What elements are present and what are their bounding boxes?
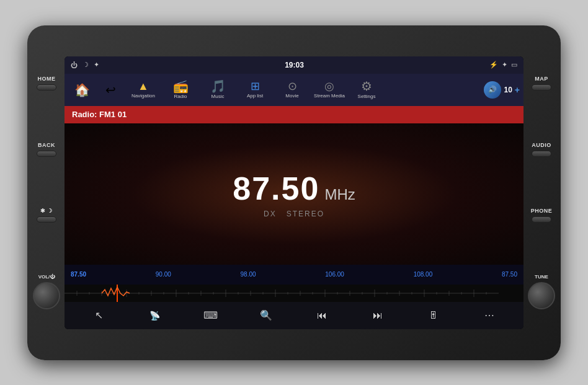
volume-plus-button[interactable]: + (515, 85, 520, 95)
status-time: 19:03 (285, 61, 304, 69)
applist-app-icon: ⊞ (251, 81, 260, 92)
map-btn-group: MAP (532, 76, 551, 91)
window-status-icon: ▭ (511, 61, 517, 69)
tune-knob[interactable] (528, 282, 555, 309)
freq-marker-5: 87.50 (502, 271, 517, 278)
usb-status-icon: ⚡ (489, 61, 498, 69)
phone-side-button[interactable] (532, 216, 551, 223)
frequency-number: 87.50 (233, 170, 319, 207)
music-app-label: Music (212, 94, 225, 99)
search-button[interactable]: 🔍 (255, 304, 277, 327)
audio-side-label: AUDIO (532, 142, 551, 148)
tuner-waveform-svg (65, 285, 499, 302)
frequency-display: 87.50 MHz (233, 170, 355, 207)
radio-header-text: Radio: FM1 01 (72, 110, 127, 119)
frequency-unit: MHz (324, 186, 355, 203)
settings-app-label: Settings (358, 94, 376, 99)
tuner-bar (65, 285, 523, 302)
radio-mode: DX (264, 210, 277, 218)
equalizer-button[interactable]: 🎚 (422, 304, 445, 327)
frequency-info: DX STEREO (264, 210, 324, 218)
app-stream[interactable]: ◎ Stream Media (311, 75, 347, 105)
vol-knob-group: VOL/⏻ (33, 274, 60, 309)
settings-app-icon: ⚙ (361, 80, 372, 92)
next-icon: ⏭ (373, 310, 383, 321)
audio-side-button[interactable] (532, 151, 551, 157)
radio-header: Radio: FM1 01 (65, 106, 523, 123)
brightness-btn-group: ✱ ☽ (37, 208, 56, 223)
applist-app-label: App list (247, 93, 263, 99)
freq-marker-1: 90.00 (156, 271, 171, 278)
volume-speaker-icon: 🔊 (488, 86, 497, 94)
brightness-status-icon: ✦ (94, 61, 99, 69)
back-side-button[interactable] (37, 151, 56, 157)
volume-level: 10 (504, 86, 512, 94)
home-app-icon: 🏠 (74, 84, 90, 96)
frequency-markers: 87.50 90.00 98.00 106.00 108.00 87.50 (71, 271, 517, 278)
freq-marker-0: 87.50 (71, 271, 86, 278)
app-music[interactable]: 🎵 Music (200, 75, 236, 105)
radio-main-area: 87.50 MHz DX STEREO (65, 123, 523, 265)
app-bar: 🏠 ↩ ▲ Navigation 📻 Radio 🎵 Music (65, 74, 523, 106)
music-app-icon: 🎵 (210, 80, 226, 92)
prev-button[interactable]: ⏮ (311, 304, 333, 327)
frequency-scale: 87.50 90.00 98.00 106.00 108.00 87.50 (65, 265, 523, 285)
app-home[interactable]: 🏠 (68, 75, 96, 105)
back-side-label: BACK (38, 142, 55, 148)
tune-knob-group: TUNE (528, 274, 555, 309)
more-button[interactable]: ⋯ (478, 304, 501, 327)
radio-signal: STEREO (287, 210, 324, 218)
search-icon: 🔍 (260, 309, 272, 321)
cast-icon: 📡 (149, 311, 160, 321)
app-radio[interactable]: 📻 Radio (163, 75, 198, 105)
radio-app-label: Radio (174, 94, 187, 99)
bottom-toolbar: ↖ 📡 ⌨ 🔍 ⏮ ⏭ 🎚 ⋯ (65, 302, 523, 329)
bluetooth-status-icon: ✦ (502, 61, 507, 69)
map-side-label: MAP (535, 76, 548, 82)
movie-app-label: Movie (285, 93, 298, 99)
app-back[interactable]: ↩ (97, 75, 124, 105)
freq-marker-3: 106.00 (325, 271, 344, 278)
status-icons-right: ⚡ ✦ ▭ (489, 61, 517, 69)
back-app-icon: ↩ (105, 84, 116, 96)
status-bar: ⏻ ☽ ✦ 19:03 ⚡ ✦ ▭ (65, 56, 523, 74)
keyboard-icon: ⌨ (203, 309, 218, 321)
stream-app-icon: ◎ (324, 81, 334, 92)
equalizer-icon: 🎚 (429, 310, 439, 321)
app-movie[interactable]: ⊙ Movie (274, 75, 310, 105)
cursor-button[interactable]: ↖ (87, 304, 110, 327)
night-status-icon: ☽ (82, 61, 89, 69)
audio-btn-group: AUDIO (532, 142, 551, 157)
map-side-button[interactable] (532, 84, 551, 91)
home-side-label: HOME (38, 76, 56, 82)
app-navigation[interactable]: ▲ Navigation (125, 75, 161, 105)
keyboard-button[interactable]: ⌨ (199, 304, 221, 327)
brightness-side-button[interactable] (37, 216, 56, 223)
vol-side-label: VOL/⏻ (38, 274, 55, 280)
volume-icon-circle: 🔊 (484, 81, 501, 99)
home-side-button[interactable] (37, 84, 56, 91)
status-icons-left: ⏻ ☽ ✦ (71, 61, 99, 69)
phone-side-label: PHONE (531, 208, 553, 214)
volume-knob[interactable] (33, 282, 60, 309)
phone-btn-group: PHONE (531, 208, 553, 223)
app-settings[interactable]: ⚙ Settings (349, 75, 385, 105)
volume-control: 🔊 10 + (484, 81, 520, 99)
main-screen: ⏻ ☽ ✦ 19:03 ⚡ ✦ ▭ 🏠 ↩ ▲ Navi (65, 56, 523, 329)
app-applist[interactable]: ⊞ App list (237, 75, 273, 105)
next-button[interactable]: ⏭ (367, 304, 389, 327)
radio-app-icon: 📻 (173, 80, 189, 92)
movie-app-icon: ⊙ (288, 81, 297, 92)
car-unit: HOME BACK ✱ ☽ VOL/⏻ ⏻ ☽ ✦ 19:03 ⚡ (27, 25, 561, 360)
back-btn-group: BACK (37, 142, 56, 157)
stream-app-label: Stream Media (314, 93, 345, 99)
cursor-icon: ↖ (95, 309, 103, 321)
home-btn-group: HOME (37, 76, 56, 91)
navigation-app-icon: ▲ (138, 81, 149, 92)
prev-icon: ⏮ (317, 310, 327, 321)
tune-side-label: TUNE (535, 274, 548, 280)
brightness-side-label: ✱ ☽ (40, 208, 53, 214)
navigation-app-label: Navigation (131, 93, 155, 99)
more-icon: ⋯ (484, 309, 494, 321)
cast-button[interactable]: 📡 (143, 304, 166, 327)
